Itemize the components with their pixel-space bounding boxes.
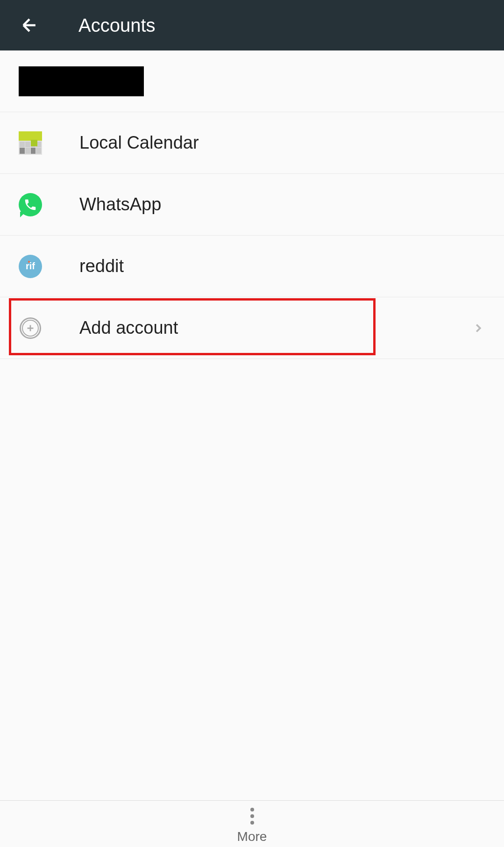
redacted-label (19, 66, 144, 96)
account-item-whatsapp[interactable]: WhatsApp (0, 174, 504, 236)
account-label: WhatsApp (79, 194, 485, 215)
whatsapp-icon (19, 193, 42, 216)
chevron-right-icon (471, 321, 485, 335)
add-account-button[interactable]: Add account (0, 297, 504, 359)
calendar-icon (19, 131, 42, 155)
content-area: Local Calendar WhatsApp rif reddit (0, 50, 504, 359)
more-menu-icon[interactable] (250, 808, 254, 825)
account-item-local-calendar[interactable]: Local Calendar (0, 112, 504, 174)
rif-icon: rif (19, 255, 42, 278)
account-label: Local Calendar (79, 133, 485, 153)
plus-circle-icon (19, 316, 42, 340)
account-item-reddit[interactable]: rif reddit (0, 236, 504, 297)
page-title: Accounts (78, 15, 156, 36)
redacted-account-row[interactable] (0, 50, 504, 112)
account-label: reddit (79, 256, 485, 276)
back-arrow-icon[interactable] (18, 14, 41, 37)
add-account-label: Add account (79, 318, 471, 338)
app-header: Accounts (0, 0, 504, 50)
more-label[interactable]: More (237, 829, 267, 844)
bottom-bar: More (0, 800, 504, 847)
rif-icon-text: rif (26, 261, 35, 272)
